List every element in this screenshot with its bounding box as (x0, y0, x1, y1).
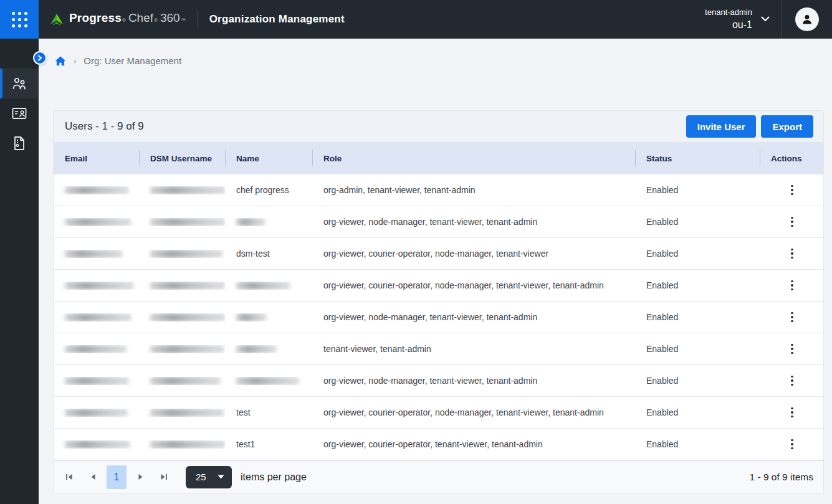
last-page-button[interactable] (152, 465, 176, 489)
username-cell (139, 250, 225, 258)
username-cell (139, 282, 225, 290)
username-redacted (150, 218, 225, 226)
export-button[interactable]: Export (761, 115, 813, 138)
home-icon[interactable] (55, 56, 66, 66)
role-text: org-viewer, courier-operator, node-manag… (323, 280, 604, 290)
username-cell (139, 313, 225, 321)
person-icon (801, 13, 813, 26)
role-cell: tenant-viewer, tenant-admin (312, 344, 635, 354)
brand-chef-text: Chef (128, 11, 153, 25)
role-text: org-admin, tenant-viewer, tenant-admin (323, 185, 476, 195)
actions-cell (760, 277, 824, 295)
status-text: Enabled (646, 439, 678, 449)
actions-cell (760, 181, 824, 199)
role-cell: org-viewer, courier-operator, tenant-vie… (312, 439, 635, 449)
table-row: org-viewer, courier-operator, node-manag… (54, 270, 823, 302)
sidebar-item-id-card[interactable] (0, 98, 39, 128)
chevron-down-icon (761, 16, 770, 22)
status-cell: Enabled (635, 376, 760, 386)
name-text: test1 (236, 439, 255, 449)
profile-zone (781, 0, 832, 39)
row-actions-menu-button[interactable] (785, 372, 800, 390)
page-size-dropdown[interactable]: 25 (186, 466, 232, 488)
row-actions-menu-button[interactable] (785, 181, 800, 199)
items-per-page-label: items per page (241, 472, 307, 483)
name-cell (225, 218, 312, 226)
row-actions-menu-button[interactable] (785, 308, 800, 326)
tenant-switcher[interactable]: tenant-admin ou-1 (705, 7, 770, 31)
username-redacted (150, 186, 225, 194)
name-cell (225, 282, 312, 290)
username-cell (139, 409, 225, 417)
email-redacted (65, 409, 127, 417)
id-card-icon (12, 107, 27, 120)
username-redacted (150, 345, 224, 353)
page-size-value: 25 (196, 472, 218, 482)
name-redacted (236, 313, 266, 321)
column-header-role: Role (312, 142, 635, 174)
column-header-actions: Actions (760, 142, 824, 174)
page-title: Organization Management (209, 13, 345, 26)
user-table-body: chef progress org-admin, tenant-viewer, … (54, 174, 823, 460)
first-page-button[interactable] (57, 465, 81, 489)
name-cell: dsm-test (225, 249, 312, 259)
username-cell (139, 218, 225, 226)
email-cell (54, 250, 139, 258)
status-cell: Enabled (635, 249, 760, 259)
column-header-email: Email (54, 142, 139, 174)
username-redacted (150, 282, 225, 290)
name-redacted (236, 345, 276, 353)
status-text: Enabled (646, 249, 678, 259)
sidebar-item-users[interactable] (0, 69, 39, 98)
row-actions-menu-button[interactable] (785, 245, 800, 263)
status-cell: Enabled (635, 407, 760, 417)
invite-user-button[interactable]: Invite User (686, 115, 757, 138)
username-redacted (150, 409, 224, 417)
email-cell (54, 218, 139, 226)
page-number-button[interactable]: 1 (107, 465, 127, 489)
column-header-name: Name (225, 142, 312, 174)
sidebar-item-document[interactable] (0, 128, 39, 158)
expand-sidebar-button[interactable] (33, 51, 47, 65)
brand-mark: ® (122, 17, 126, 23)
previous-page-button[interactable] (81, 465, 105, 489)
row-actions-menu-button[interactable] (785, 404, 800, 422)
table-row: org-viewer, node-manager, tenant-viewer,… (54, 206, 823, 238)
row-actions-menu-button[interactable] (785, 435, 800, 454)
topbar-divider (198, 10, 198, 29)
brand-mark: ® (154, 17, 158, 23)
table-row: dsm-test org-viewer, courier-operator, n… (54, 238, 823, 270)
next-page-button[interactable] (128, 465, 152, 489)
role-text: org-viewer, node-manager, tenant-viewer,… (323, 312, 537, 322)
column-header-dsm-username: DSM Username (139, 142, 225, 174)
row-actions-menu-button[interactable] (785, 213, 800, 231)
email-redacted (65, 313, 131, 321)
name-text: chef progress (236, 185, 289, 195)
role-text: org-viewer, courier-operator, node-manag… (323, 249, 548, 259)
role-text: tenant-viewer, tenant-admin (323, 344, 431, 354)
status-cell: Enabled (635, 217, 760, 227)
actions-cell (760, 372, 824, 390)
table-row: tenant-viewer, tenant-admin Enabled (54, 333, 823, 365)
table-row: org-viewer, node-manager, tenant-viewer,… (54, 302, 823, 333)
role-cell: org-viewer, courier-operator, node-manag… (312, 407, 635, 417)
email-cell (54, 313, 139, 321)
items-range-label: 1 - 9 of 9 items (749, 472, 813, 483)
role-cell: org-viewer, courier-operator, node-manag… (312, 249, 635, 259)
app-launcher-button[interactable] (0, 0, 39, 39)
user-avatar[interactable] (795, 7, 819, 31)
app-grid-icon (12, 12, 27, 27)
previous-page-icon (90, 473, 96, 480)
email-redacted (65, 250, 122, 258)
name-text: test (236, 407, 251, 417)
name-cell (225, 345, 312, 353)
name-cell (225, 377, 312, 385)
role-text: org-viewer, node-manager, tenant-viewer,… (323, 217, 537, 227)
role-cell: org-viewer, node-manager, tenant-viewer,… (312, 217, 635, 227)
row-actions-menu-button[interactable] (785, 277, 800, 295)
row-actions-menu-button[interactable] (785, 340, 800, 358)
username-redacted (150, 377, 220, 385)
breadcrumb: › Org: User Management (55, 55, 181, 66)
actions-cell (760, 404, 824, 422)
username-cell (139, 186, 225, 194)
